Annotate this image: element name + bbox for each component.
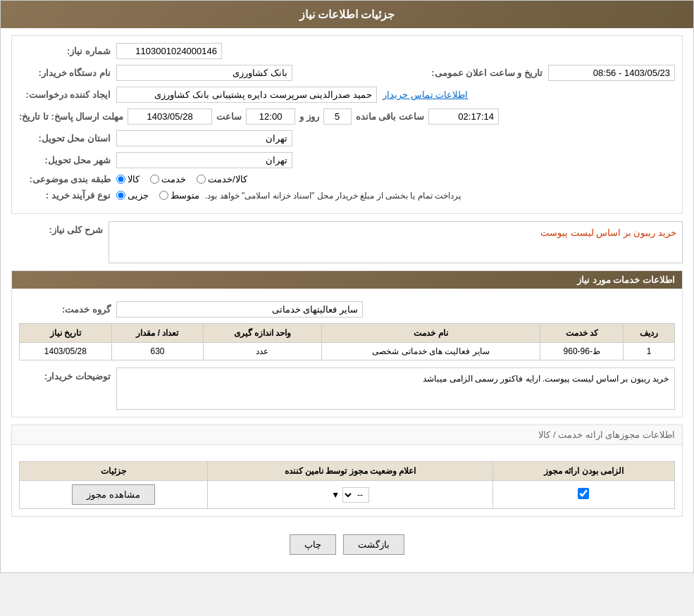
need-number-label: شماره نیاز: [19, 46, 111, 56]
category-khedmat-label: خدمت [161, 174, 186, 184]
need-number-value: 1103001024000146 [116, 43, 222, 59]
city-row: تهران شهر محل تحویل: [19, 152, 675, 168]
buyer-notes-text: خرید ریبون بر اساس لیست پیوست. ارایه فاک… [423, 374, 669, 384]
reply-deadline-label: مهلت ارسال پاسخ: تا تاریخ: [19, 111, 123, 122]
process-jozvi-radio[interactable] [116, 191, 125, 200]
province-value: تهران [116, 130, 292, 146]
cell-row-num: 1 [624, 343, 675, 360]
cell-qty: 630 [111, 343, 204, 360]
permissions-content: الزامی بودن ارائه مجوز اعلام وضعیت مجوز … [12, 451, 682, 516]
perm-required-checkbox[interactable] [578, 488, 589, 499]
general-description-label: شرح کلی نیاز: [11, 221, 103, 235]
buyer-notes-label: توضیحات خریدار: [19, 367, 111, 382]
col-qty: تعداد / مقدار [111, 324, 204, 343]
category-kala-khedmat-label: کالا/خدمت [208, 174, 247, 184]
service-group-label: گروه خدمت: [19, 304, 111, 315]
perm-required-cell [492, 481, 674, 509]
permissions-section: اطلاعات مجوزهای ارائه خدمت / کالا الزامی… [11, 425, 683, 517]
action-buttons: بازگشت چاپ [11, 524, 683, 565]
col-unit: واحد اندازه گیری [204, 324, 321, 343]
reply-days-label: روز و [299, 111, 319, 122]
category-khedmat-option[interactable]: خدمت [150, 174, 186, 184]
category-kala-option[interactable]: کالا [116, 174, 140, 184]
cell-unit: عدد [204, 343, 321, 360]
reply-date-value: 1403/05/28 [128, 108, 212, 125]
perm-status-cell: -- ▼ [208, 481, 492, 509]
general-description-box: خرید ریبون بر اساس لیست پیوست [109, 221, 683, 263]
process-motavaset-radio[interactable] [159, 191, 168, 200]
content-area: 1103001024000146 شماره نیاز: 1403/05/23 … [1, 28, 693, 572]
perm-col-details: جزئیات [20, 462, 208, 481]
perm-col-status: اعلام وضعیت مجوز توسط نامین کننده [208, 462, 492, 481]
category-kala-khedmat-radio[interactable] [197, 175, 206, 184]
category-kala-khedmat-option[interactable]: کالا/خدمت [197, 174, 247, 184]
col-code: کد خدمت [540, 324, 624, 343]
col-row-num: ردیف [624, 324, 675, 343]
need-number-row: 1103001024000146 شماره نیاز: [19, 43, 675, 59]
city-value: تهران [116, 152, 292, 168]
description-section: خرید ریبون بر اساس لیست پیوست شرح کلی نی… [11, 221, 683, 263]
process-motavaset-option[interactable]: متوسط [159, 190, 199, 201]
process-jozvi-option[interactable]: جزیی [116, 190, 149, 201]
services-section: اطلاعات خدمات مورد نیاز سایر فعالیتهای خ… [11, 270, 683, 417]
reply-time-value: 12:00 [246, 108, 295, 125]
process-note: پرداخت تمام یا بخشی از مبلغ خریدار محل "… [205, 191, 461, 201]
col-name: نام خدمت [321, 324, 540, 343]
category-label: طبقه بندی موضوعی: [19, 174, 111, 184]
buyer-notes-box: خرید ریبون بر اساس لیست پیوست. ارایه فاک… [116, 367, 675, 410]
province-label: استان محل تحویل: [19, 133, 111, 144]
requester-contact-link[interactable]: اطلاعات تماس خریدار [383, 89, 468, 100]
announce-datetime-label: تاریخ و ساعت اعلان عمومی: [431, 68, 543, 78]
city-label: شهر محل تحویل: [19, 155, 111, 165]
permissions-table: الزامی بودن ارائه مجوز اعلام وضعیت مجوز … [19, 461, 675, 509]
cell-date: 1403/05/28 [20, 343, 112, 360]
main-info-content: 1103001024000146 شماره نیاز: 1403/05/23 … [12, 36, 682, 213]
reply-remaining-label: ساعت باقی مانده [356, 111, 424, 122]
requester-value: حمید صدرالدینی سرپرست دایره پشتیبانی بان… [116, 87, 377, 103]
announce-datetime-value: 1403/05/23 - 08:56 [548, 65, 675, 81]
col-date: تاریخ نیاز [20, 324, 112, 343]
reply-time-label: ساعت [216, 111, 242, 122]
perm-col-required: الزامی بودن ارائه مجوز [492, 462, 674, 481]
services-content: سایر فعالیتهای خدماتی گروه خدمت: ردیف کد… [12, 294, 682, 417]
permissions-title: اطلاعات مجوزهای ارائه خدمت / کالا [12, 425, 682, 445]
buyer-notes-section: خرید ریبون بر اساس لیست پیوست. ارایه فاک… [19, 367, 675, 410]
perm-table-row: -- ▼ مشاهده مجوز [20, 481, 675, 509]
category-khedmat-radio[interactable] [150, 175, 159, 184]
page-title: جزئیات اطلاعات نیاز [299, 8, 395, 20]
general-description-text: خرید ریبون بر اساس لیست پیوست [540, 227, 676, 238]
province-row: تهران استان محل تحویل: [19, 130, 675, 146]
cell-code: ط-96-960 [540, 343, 624, 360]
services-section-title: اطلاعات خدمات مورد نیاز [12, 271, 682, 289]
main-info-section: 1103001024000146 شماره نیاز: 1403/05/23 … [11, 35, 683, 214]
requester-label: ایجاد کننده درخواست: [19, 89, 111, 100]
process-radio-group: متوسط جزیی [116, 190, 199, 201]
category-radio-group: کالا/خدمت خدمت کالا [116, 174, 247, 184]
perm-status-select[interactable]: -- [342, 487, 369, 503]
reply-days-value: 5 [323, 108, 352, 125]
page-wrapper: جزئیات اطلاعات نیاز 1103001024000146 شما… [0, 0, 694, 573]
perm-details-cell: مشاهده مجوز [20, 481, 208, 509]
reply-remaining-value: 02:17:14 [428, 108, 499, 125]
print-button[interactable]: چاپ [290, 534, 336, 555]
category-kala-radio[interactable] [116, 175, 125, 184]
back-button[interactable]: بازگشت [343, 534, 404, 555]
table-row: 1 ط-96-960 سایر فعالیت های خدماتی شخصی ع… [20, 343, 675, 360]
services-table: ردیف کد خدمت نام خدمت واحد اندازه گیری ت… [19, 323, 675, 360]
buyer-org-value: بانک کشاورزی [116, 65, 292, 81]
view-permission-button[interactable]: مشاهده مجوز [72, 484, 155, 505]
page-header: جزئیات اطلاعات نیاز [1, 1, 693, 28]
buyer-org-label: نام دستگاه خریدار: [19, 68, 111, 78]
service-group-row: سایر فعالیتهای خدماتی گروه خدمت: [19, 301, 675, 318]
process-motavaset-label: متوسط [171, 190, 199, 201]
category-kala-label: کالا [128, 174, 140, 184]
process-label: نوع فرآیند خرید : [19, 190, 111, 201]
process-jozvi-label: جزیی [128, 190, 149, 201]
cell-name: سایر فعالیت های خدماتی شخصی [321, 343, 540, 360]
chevron-down-icon: ▼ [331, 490, 340, 500]
service-group-value: سایر فعالیتهای خدماتی [116, 301, 363, 318]
